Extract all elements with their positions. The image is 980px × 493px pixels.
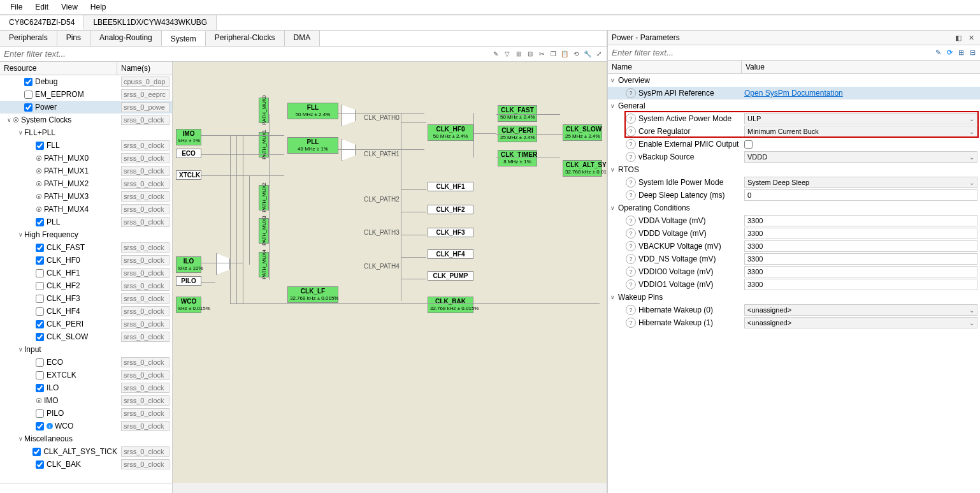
tree-name-input[interactable] (121, 115, 169, 125)
help-icon[interactable]: ? (626, 305, 636, 315)
tree-name-input[interactable] (121, 446, 169, 457)
left-filter-input[interactable] (0, 47, 488, 61)
tree-row-CLK_HF1[interactable]: CLK_HF1 (0, 267, 172, 279)
tree-row-CLK_HF2[interactable]: CLK_HF2 (0, 279, 172, 292)
tree-row-CLK_BAK[interactable]: CLK_BAK (0, 458, 172, 471)
tree-row-Miscellaneous[interactable]: ∨Miscellaneous (0, 432, 172, 445)
help-icon[interactable]: ? (626, 88, 636, 98)
menu-file[interactable]: File (4, 1, 29, 13)
help-icon[interactable]: ? (626, 228, 636, 239)
tree-row-PATH_MUX3[interactable]: ⦿PATH_MUX3 (0, 190, 172, 203)
param-row-System Idle Power Mode[interactable]: ?System Idle Power ModeSystem Deep Sleep (608, 176, 980, 189)
diagram-block-CLK_TIMER[interactable]: CLK_TIMER8 MHz ± 1% (498, 150, 537, 166)
param-text-input[interactable]: 3300 (744, 279, 977, 290)
help-icon[interactable]: ? (626, 254, 636, 264)
tree-row-Input[interactable]: ∨Input (0, 343, 172, 356)
param-clear-icon[interactable]: ✎ (933, 48, 943, 58)
tree-checkbox[interactable] (24, 91, 32, 99)
expander-icon[interactable]: ∨ (17, 436, 24, 442)
param-body[interactable]: ∨Overview?SysPm API ReferenceOpen SysPm … (608, 74, 980, 493)
tree-checkbox[interactable] (36, 142, 44, 150)
param-group-General[interactable]: ∨General (608, 99, 980, 112)
tree-checkbox[interactable] (36, 460, 44, 469)
diagram-block-CLK_HF1[interactable]: CLK_HF1 (428, 182, 473, 191)
tree-checkbox[interactable] (36, 269, 44, 277)
help-icon[interactable]: ? (626, 190, 636, 200)
tree-name-input[interactable] (121, 395, 169, 406)
menu-edit[interactable]: Edit (29, 1, 55, 13)
tree-name-input[interactable] (121, 268, 169, 278)
tree-checkbox[interactable] (36, 295, 44, 303)
tree-row-System Clocks[interactable]: ∨⦿System Clocks (0, 114, 172, 126)
tool-a-icon[interactable]: 🔧 (582, 49, 593, 59)
param-dropdown[interactable]: <unassigned> (744, 317, 977, 328)
diagram-block-CLK_HF4[interactable]: CLK_HF4 (428, 249, 473, 259)
help-icon[interactable]: ? (626, 177, 636, 188)
tree-horizontal-scrollbar[interactable] (0, 483, 172, 493)
diagram-block-XTCLK[interactable]: XTCLK (176, 170, 201, 180)
diagram-block-ECO[interactable]: ECO (176, 149, 201, 158)
param-row-VDD_NS Voltage (mV)[interactable]: ?VDD_NS Voltage (mV)3300 (608, 253, 980, 265)
param-text-input[interactable]: 3300 (744, 266, 977, 277)
tree-row-PATH_MUX2[interactable]: ⦿PATH_MUX2 (0, 177, 172, 190)
copy-icon[interactable]: ✂ (537, 49, 547, 59)
filter-icon[interactable]: ▽ (502, 49, 512, 59)
tree-row-CLK_ALT_SYS_TICK[interactable]: CLK_ALT_SYS_TICK (0, 445, 172, 458)
tree-row-Power[interactable]: Power (0, 101, 172, 114)
param-row-Deep Sleep Latency (ms)[interactable]: ?Deep Sleep Latency (ms)0 (608, 189, 980, 202)
tree-checkbox[interactable] (24, 103, 32, 112)
tree-name-input[interactable] (121, 293, 169, 304)
diagram-block-CLK_FAST[interactable]: CLK_FAST50 MHz ± 2.4% (498, 105, 537, 122)
tree-header-names[interactable]: Name(s) (117, 62, 172, 75)
tool-b-icon[interactable]: ⤢ (594, 49, 604, 59)
tree-row-ILO[interactable]: ILO (0, 381, 172, 394)
param-link[interactable]: Open SysPm Documentation (744, 89, 843, 98)
param-dropdown[interactable]: <unassigned> (744, 304, 977, 316)
help-icon[interactable]: ? (626, 216, 636, 226)
param-col-value[interactable]: Value (742, 61, 980, 73)
param-group-Overview[interactable]: ∨Overview (608, 74, 980, 87)
tree-name-input[interactable] (121, 255, 169, 265)
collapse-all-icon[interactable]: ⊟ (525, 49, 535, 59)
tree-name-input[interactable] (121, 281, 169, 291)
param-text-input[interactable]: 3300 (744, 228, 977, 239)
help-icon[interactable]: ? (626, 152, 636, 162)
tree-checkbox[interactable] (36, 282, 44, 290)
menu-help[interactable]: Help (84, 1, 113, 13)
diagram-mux-PATH_MUX2[interactable]: PATH_MUX2 (259, 185, 269, 210)
tree-row-EM_EEPROM[interactable]: EM_EEPROM (0, 88, 172, 101)
param-group-Operating Conditions[interactable]: ∨Operating Conditions (608, 202, 980, 214)
param-text-input[interactable]: 3300 (744, 240, 977, 252)
param-filter-input[interactable] (608, 45, 930, 60)
tree-name-input[interactable] (121, 319, 169, 329)
tree-checkbox[interactable] (32, 448, 41, 456)
tree-name-input[interactable] (121, 383, 169, 393)
diagram-mux-PATH_MUX0[interactable]: PATH_MUX0 (259, 98, 269, 123)
tree-row-CLK_HF3[interactable]: CLK_HF3 (0, 292, 172, 305)
param-group-RTOS[interactable]: ∨RTOS (608, 163, 980, 176)
tree-row-IMO[interactable]: ⦿IMO (0, 394, 172, 407)
tree-name-input[interactable] (121, 332, 169, 342)
expander-icon[interactable]: ∨ (17, 232, 24, 238)
expander-icon[interactable]: ∨ (610, 205, 618, 211)
tree-row-High Frequency[interactable]: ∨High Frequency (0, 228, 172, 241)
tree-name-input[interactable] (121, 357, 169, 367)
param-row-VDDIO0 Voltage (mV)[interactable]: ?VDDIO0 Voltage (mV)3300 (608, 265, 980, 278)
param-row-Enable External PMIC Output[interactable]: ?Enable External PMIC Output (608, 138, 980, 151)
param-dropdown[interactable]: Minimum Current Buck (744, 126, 977, 137)
tree-name-input[interactable] (121, 217, 169, 227)
clock-diagram-canvas[interactable]: IMOkHz ± 1%ECOXTCLKILOkHz ± 10%PILOWCOkH… (173, 62, 607, 493)
tree-row-ECO[interactable]: ECO (0, 356, 172, 369)
param-row-Core Regulator[interactable]: ?Core RegulatorMinimum Current Buck (608, 125, 980, 138)
tree-name-input[interactable] (121, 204, 169, 214)
param-dropdown[interactable]: System Deep Sleep (744, 177, 977, 188)
diagram-block-FLL[interactable]: FLL50 MHz ± 2.4% (287, 103, 338, 119)
clear-filter-icon[interactable]: ✎ (491, 49, 501, 59)
tree-row-FLL+PLL[interactable]: ∨FLL+PLL (0, 126, 172, 139)
tree-row-PATH_MUX1[interactable]: ⦿PATH_MUX1 (0, 165, 172, 177)
diagram-block-CLK_HF0[interactable]: CLK_HF050 MHz ± 2.4% (428, 124, 473, 141)
param-dropdown[interactable]: VDDD (744, 151, 977, 163)
expander-icon[interactable]: ∨ (5, 117, 13, 123)
tree-name-input[interactable] (121, 459, 169, 469)
tree-row-PATH_MUX4[interactable]: ⦿PATH_MUX4 (0, 203, 172, 216)
